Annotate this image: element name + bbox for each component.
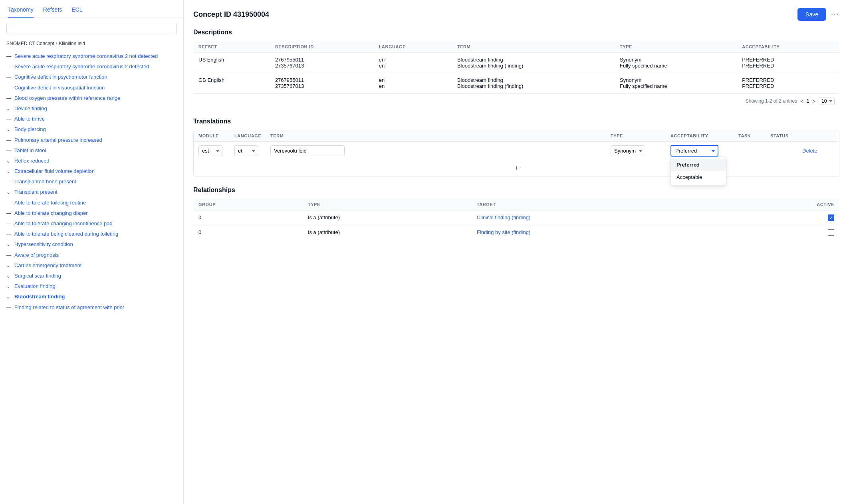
- trans-language-select[interactable]: et: [234, 145, 258, 156]
- next-page-button[interactable]: >: [812, 98, 815, 104]
- save-button[interactable]: Save: [797, 8, 826, 21]
- tree-indicator: ⌄: [6, 294, 14, 300]
- tree-item-label: Able to thrive: [14, 115, 45, 123]
- breadcrumb-root[interactable]: SNOMED CT Concept: [6, 41, 54, 46]
- tree-item[interactable]: —Severe acute respiratory syndrome coron…: [0, 51, 183, 62]
- tree-item[interactable]: —Severe acute respiratory syndrome coron…: [0, 62, 183, 72]
- rel-target-cell: Finding by site (finding): [472, 225, 729, 240]
- trans-term-input[interactable]: [270, 145, 345, 156]
- acceptability-dropdown: Preferred Acceptable Preferred Acceptabl…: [670, 145, 738, 157]
- tree-item[interactable]: —Cognitive deficit in psychomotor functi…: [0, 72, 183, 82]
- tree-item[interactable]: —Cognitive deficit in visuospatial funct…: [0, 83, 183, 93]
- dropdown-item-acceptable[interactable]: Acceptable: [671, 171, 726, 183]
- tree-indicator: —: [6, 179, 14, 185]
- tree-item-label: Able to tolerate changing diaper: [14, 210, 88, 217]
- trans-type-select[interactable]: Synonym: [611, 145, 645, 156]
- descriptions-title: Descriptions: [193, 29, 839, 36]
- tree-item[interactable]: ⌄Bloodstream finding: [0, 292, 183, 302]
- tree-indicator: ⌄: [6, 262, 14, 269]
- delete-translation-button[interactable]: Delete: [802, 148, 817, 154]
- trans-col-language: LANGUAGE: [234, 133, 270, 138]
- tree-item-label: Able to tolerate toileting routine: [14, 199, 86, 206]
- tree-item[interactable]: —Aware of prognosis: [0, 250, 183, 260]
- tree-indicator: ⌄: [6, 158, 14, 165]
- rel-col-active: ACTIVE: [729, 199, 839, 210]
- tab-taxonomy[interactable]: Taxonomy: [8, 6, 34, 18]
- col-desc-id: DESCRIPTION ID: [270, 41, 374, 53]
- tree-item[interactable]: ⌄Surgical scar finding: [0, 271, 183, 281]
- tree-item[interactable]: —Pulmonary arterial pressure increased: [0, 135, 183, 145]
- search-container: [0, 18, 183, 39]
- tree-item-label: Carries emergency treatment: [14, 262, 81, 269]
- trans-language-cell: et: [234, 145, 270, 156]
- acceptability-select[interactable]: Preferred Acceptable: [670, 145, 718, 157]
- rel-target-cell: Clinical finding (finding): [472, 210, 729, 225]
- descriptions-section: Descriptions REFSET DESCRIPTION ID LANGU…: [193, 29, 839, 108]
- active-checkbox[interactable]: [828, 229, 834, 236]
- tree-item-label: Aware of prognosis: [14, 252, 59, 259]
- table-row: 0 Is a (attribute) Finding by site (find…: [194, 225, 839, 240]
- more-button[interactable]: ···: [831, 10, 839, 19]
- tree-item[interactable]: ⌄Extracellular fluid volume depletion: [0, 166, 183, 177]
- tree-item[interactable]: —Able to tolerate changing incontinence …: [0, 218, 183, 229]
- tree-indicator: ⌄: [6, 283, 14, 290]
- dropdown-item-preferred[interactable]: Preferred: [671, 159, 726, 171]
- tree-item[interactable]: ⌄Hypersensitivity condition: [0, 239, 183, 250]
- active-checkbox[interactable]: ✓: [828, 214, 834, 221]
- tree-item[interactable]: —Tablet in stool: [0, 145, 183, 156]
- desc-id-cell: 2767955011 2735767013: [270, 53, 374, 73]
- desc-type-cell: Synonym Fully specified name: [615, 73, 737, 93]
- desc-refset-cell: GB English: [194, 73, 270, 93]
- tree-item[interactable]: ⌄Body piercing: [0, 124, 183, 135]
- search-input[interactable]: [6, 23, 177, 34]
- trans-col-task: TASK: [738, 133, 770, 138]
- table-row: GB English 2767955011 2735767013 en en B…: [194, 73, 839, 93]
- trans-col-actions: [802, 133, 834, 138]
- tree-item[interactable]: ⌄Transplant present: [0, 187, 183, 197]
- tree-item[interactable]: —Transplanted bone present: [0, 177, 183, 187]
- descriptions-table: REFSET DESCRIPTION ID LANGUAGE TERM TYPE…: [193, 41, 839, 93]
- rel-group-cell: 0: [194, 210, 303, 225]
- tree-item[interactable]: —Able to tolerate changing diaper: [0, 208, 183, 218]
- tree-item-label: Tablet in stool: [14, 147, 46, 154]
- breadcrumb-current: Kliiniline leid: [59, 41, 85, 46]
- per-page-select[interactable]: 10 25 50: [819, 97, 835, 105]
- tab-ecl[interactable]: ECL: [71, 6, 82, 18]
- prev-page-button[interactable]: <: [800, 98, 803, 104]
- tree-indicator: —: [6, 116, 14, 123]
- tree-indicator: ⌄: [6, 241, 14, 248]
- tree-item[interactable]: —Able to tolerate being cleaned during t…: [0, 229, 183, 239]
- desc-id-cell: 2767955011 2735767013: [270, 73, 374, 93]
- header-actions: Save ···: [797, 8, 839, 21]
- tree-item[interactable]: —Finding related to status of agreement …: [0, 302, 183, 313]
- tree-item[interactable]: —Able to thrive: [0, 114, 183, 124]
- relationships-table: GROUP TYPE TARGET ACTIVE 0 Is a (attribu…: [193, 198, 839, 240]
- tree-item[interactable]: ⌄Evaluation finding: [0, 281, 183, 292]
- tree-indicator: —: [6, 147, 14, 154]
- breadcrumb: SNOMED CT Concept / Kliiniline leid: [0, 39, 183, 50]
- desc-term-cell: Bloodstream finding Bloodstream finding …: [452, 73, 615, 93]
- tree-item-label: Hypersensitivity condition: [14, 241, 73, 248]
- tree-item-label: Reflex reduced: [14, 157, 49, 165]
- tree-indicator: —: [6, 85, 14, 91]
- tree-item-label: Blood oxygen pressure within reference r…: [14, 95, 120, 102]
- right-panel: Concept ID 431950004 Save ··· Descriptio…: [184, 0, 849, 504]
- tree-item[interactable]: ⌄Reflex reduced: [0, 156, 183, 166]
- add-translation-button[interactable]: +: [194, 160, 839, 177]
- current-page: 1: [807, 98, 809, 104]
- trans-module-select[interactable]: est: [198, 145, 222, 156]
- tree-item-label: Evaluation finding: [14, 283, 56, 290]
- tree-indicator: ⌄: [6, 189, 14, 196]
- translations-title: Translations: [193, 118, 839, 125]
- tree-indicator: —: [6, 74, 14, 81]
- tree-item-label: Cognitive deficit in psychomotor functio…: [14, 73, 107, 81]
- tree-item[interactable]: ⌄Carries emergency treatment: [0, 260, 183, 271]
- tree-item[interactable]: ⌄Device finding: [0, 103, 183, 114]
- col-refset: REFSET: [194, 41, 270, 53]
- tree-item-label: Surgical scar finding: [14, 272, 61, 280]
- tree-item[interactable]: —Able to tolerate toileting routine: [0, 198, 183, 208]
- tab-refsets[interactable]: Refsets: [43, 6, 62, 18]
- translations-row: est et Synonym: [194, 142, 839, 160]
- tree-indicator: —: [6, 252, 14, 259]
- tree-item[interactable]: —Blood oxygen pressure within reference …: [0, 93, 183, 103]
